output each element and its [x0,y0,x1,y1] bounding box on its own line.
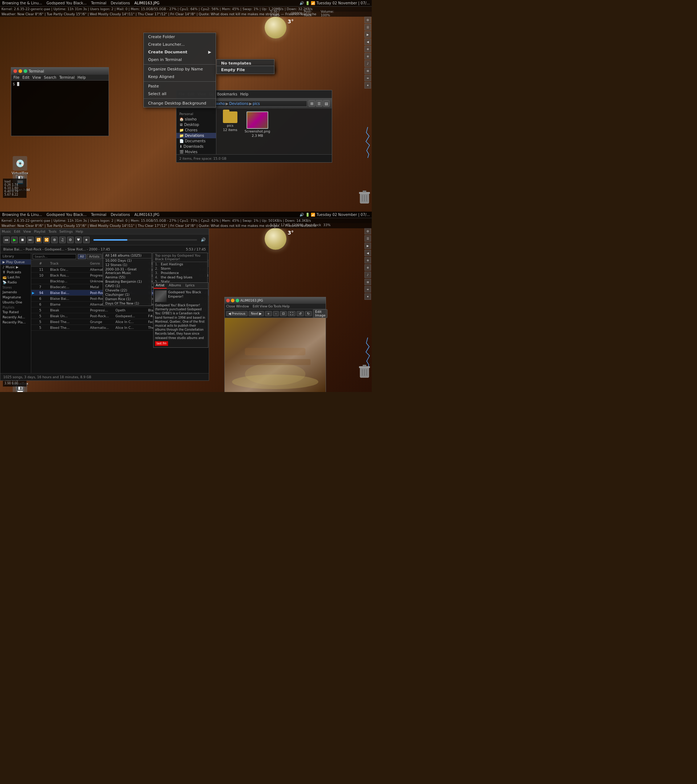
bi-tab-artist[interactable]: Artist [153,283,166,288]
album-item-1[interactable]: 10,000 Days (1) [103,259,152,263]
mp-lib-play-queue[interactable]: ▶ Play Queue [0,260,31,265]
right-icon-6[interactable]: ⊗ [364,53,371,59]
right2-icon-10[interactable]: ✦ [364,293,371,300]
fm-sidebar-movies[interactable]: 🎬 Movies [176,149,216,154]
iv-edit-image-btn[interactable]: Edit Image [313,309,328,318]
ctx-keep-aligned[interactable]: Keep Aligned [144,73,216,81]
mp-stop-btn[interactable]: ⏹ [19,237,26,243]
mp-lib-ubuntu[interactable]: Ubuntu One [0,300,31,305]
mp-col-track[interactable]: Track [50,262,90,265]
album-item-8[interactable]: Claufsinger (1) [103,293,152,297]
fm-icon-view-btn[interactable]: ⊞ [308,100,315,107]
iv-fit-btn[interactable]: ⊡ [280,311,287,316]
right2-icon-1[interactable]: ⚙ [364,228,371,234]
mp-tab-all[interactable]: All [78,254,86,259]
album-item-3[interactable]: 2000-10-31 - Great American Music [103,267,152,275]
mp-tab-artists[interactable]: Artists [87,254,102,259]
ctx-select-all[interactable]: Select all [144,90,216,98]
terminal-max-btn[interactable] [24,69,27,73]
mp-shuffle-btn[interactable]: 🔀 [43,237,50,243]
top-song-4[interactable]: 4. the dead flag blues [153,275,207,280]
mp-col-num[interactable]: # [39,262,50,265]
bi-tab-albums[interactable]: Albums [166,283,183,288]
album-item-6[interactable]: CAVO (1) [103,284,152,288]
right-icon-4[interactable]: ◀ [364,38,371,45]
ctx-empty-file[interactable]: Empty File [217,66,274,74]
iv-zoom-in-btn[interactable]: + [265,311,272,316]
fm-sidebar-documents[interactable]: 📄 Documents [176,138,216,144]
right2-icon-9[interactable]: ≡ [364,286,371,293]
right2-icon-3[interactable]: ▶ [364,242,371,249]
taskbar-item-3[interactable]: Terminal [89,1,109,5]
iv-menu-file[interactable]: Edit [253,305,259,308]
iv-menu-help[interactable]: Help [282,305,290,308]
terminal-min-btn[interactable] [18,69,22,73]
iv-menu-go[interactable]: Go [268,305,273,308]
mp-settings-btn[interactable]: ⚙ [67,237,74,243]
fm-sidebar-slaxho[interactable]: 🏠 slaxho [176,117,216,122]
right-icon-10[interactable]: ✦ [364,82,371,89]
mp-progress-bar[interactable] [93,239,197,240]
terminal-content[interactable]: $ _ [11,81,109,87]
right2-icon-5[interactable]: ⊕ [364,257,371,264]
album-item-2[interactable]: 12 Stones (1) [103,263,152,267]
ctx-change-background[interactable]: Change Desktop Background [144,99,216,107]
ctx-organize-desktop[interactable]: Organize Desktop by Name [144,65,216,73]
mp-lib-lastfm[interactable]: 📻 Last.fm [0,275,31,280]
album-item-10[interactable]: Days Of The New (1) [103,301,152,306]
right2-icon-6[interactable]: ⊗ [364,264,371,271]
fm-sidebar-desktop[interactable]: 🖥 Desktop [176,122,216,127]
ctx-paste[interactable]: Paste [144,82,216,90]
trash-icon-top[interactable] [357,188,372,207]
right-icon-8[interactable]: ⊞ [364,68,371,74]
iv-menu-close-window[interactable]: Close Window [226,305,249,308]
fm-sidebar-chores[interactable]: 📁 Chores [176,127,216,133]
right-icon-3[interactable]: ▶ [364,31,371,38]
ctx-create-document[interactable]: Create Document ▶ No templates installed… [144,48,216,56]
terminal-menu-terminal[interactable]: Terminal [59,76,74,79]
trash-icon-bottom[interactable] [357,362,372,381]
terminal-menu-search[interactable]: Search [44,76,56,79]
breadcrumb-deviations[interactable]: Deviations [229,102,248,105]
album-item-5[interactable]: Breaking Benjamin (1) [103,280,152,284]
mp-lib-magnatune[interactable]: Magnatune [0,295,31,300]
right-icon-9[interactable]: ≡ [364,75,371,81]
mp-search-input[interactable] [33,254,76,259]
terminal-menu-edit[interactable]: Edit [23,76,30,79]
taskbar-item-5[interactable]: ALIM0163.JPG [132,1,161,5]
mp-equalizer-btn[interactable]: ♫ [59,237,66,243]
mp-play-btn[interactable]: ▶ [11,237,18,243]
mp-menu-tools[interactable]: Tools [48,230,56,233]
taskbar2-item-4[interactable]: Deviations [109,213,132,217]
terminal-menu-view[interactable]: View [32,76,41,79]
iv-menu-view[interactable]: View [260,305,267,308]
album-item-4[interactable]: Aenima (55) [103,275,152,280]
terminal-close-btn[interactable] [13,69,17,73]
iv-max-btn[interactable] [236,299,239,302]
mp-prev-btn[interactable]: ⏮ [3,237,10,243]
mp-lib-podcasts[interactable]: 🎙 Podcasts [0,270,31,275]
iv-fullscreen-btn[interactable]: ⛶ [288,311,295,316]
right2-icon-2[interactable]: ☰ [364,235,371,242]
taskbar-item-2[interactable]: Godspeed You Black... [44,1,89,5]
mp-lib-jamendo[interactable]: Jamendo [0,290,31,295]
lastfm-logo[interactable]: last.fm [155,341,168,346]
terminal-menu-file[interactable]: File [13,76,20,79]
mp-lastfm-btn[interactable]: ♥ [75,237,82,243]
right-icon-5[interactable]: ⊕ [364,46,371,52]
mp-bookmark-btn[interactable]: ★ [83,237,90,243]
ctx-create-launcher[interactable]: Create Launcher... [144,41,216,48]
fm-compact-view-btn[interactable]: ▤ [323,100,330,107]
right-icon-2[interactable]: ☰ [364,24,371,30]
iv-min-btn[interactable] [231,299,234,302]
mp-next-btn[interactable]: ⏭ [27,237,34,243]
iv-next-btn[interactable]: Next ▶ [249,311,264,316]
iv-menu-tools[interactable]: Tools [274,305,281,308]
mp-menu-view[interactable]: View [23,230,31,233]
fm-sidebar-deviations[interactable]: 📁 Deviations [176,133,216,138]
album-item-7[interactable]: Chevelle (22) [103,288,152,293]
top-song-3[interactable]: 3. Providence [153,271,207,275]
album-item-9[interactable]: Damon Rice (1) [103,297,152,301]
iv-prev-btn[interactable]: ◀ Previous [226,311,247,316]
mp-menu-help[interactable]: Help [76,230,84,233]
